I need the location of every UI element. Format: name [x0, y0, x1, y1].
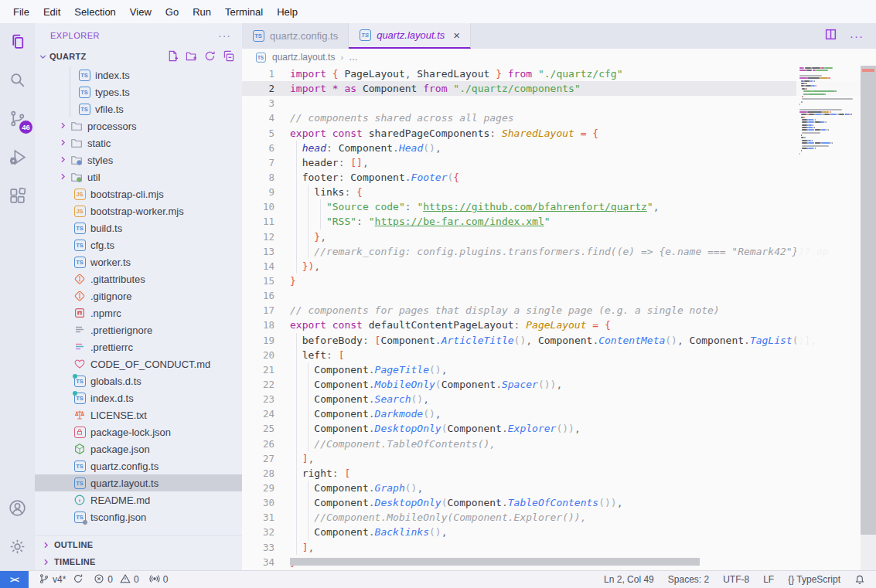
- code-line-25[interactable]: 25 Component.DesktopOnly(Component.Explo…: [242, 421, 876, 436]
- code-line-10[interactable]: 10 "Source code": "https://github.com/bf…: [242, 199, 876, 214]
- breadcrumb-file[interactable]: quartz.layout.ts: [272, 52, 335, 63]
- menu-item-file[interactable]: File: [6, 6, 36, 18]
- tree-item-quartz.config.ts[interactable]: TSquartz.config.ts: [35, 457, 242, 474]
- indent-indicator[interactable]: Spaces: 2: [668, 574, 709, 585]
- code-line-28[interactable]: 28 right: [: [242, 466, 876, 481]
- language-indicator[interactable]: {} TypeScript: [788, 574, 840, 585]
- code-line-5[interactable]: 5export const sharedPageComponents: Shar…: [242, 126, 876, 141]
- activity-item-run-and-debug[interactable]: [0, 139, 35, 178]
- tree-item-globals.d.ts[interactable]: TSglobals.d.ts: [35, 372, 242, 389]
- code-line-30[interactable]: 30 Component.DesktopOnly(Component.Table…: [242, 495, 876, 510]
- encoding-indicator[interactable]: UTF-8: [723, 574, 749, 585]
- code-line-23[interactable]: 23 Component.Search(),: [242, 392, 876, 406]
- code-line-29[interactable]: 29 Component.Graph(),: [242, 481, 876, 495]
- tree-item-.prettierrc[interactable]: .prettierrc: [35, 338, 242, 355]
- tree-item-tsconfig.json[interactable]: TStsconfig.json: [35, 508, 242, 525]
- ports-status[interactable]: 0: [149, 573, 169, 586]
- menu-item-view[interactable]: View: [123, 6, 158, 18]
- tree-item-package-lock.json[interactable]: package-lock.json: [35, 423, 242, 440]
- code-line-20[interactable]: 20 left: [: [242, 348, 876, 362]
- eol-indicator[interactable]: LF: [763, 574, 774, 585]
- breadcrumb[interactable]: TS quartz.layout.ts › …: [242, 49, 876, 66]
- refresh-icon[interactable]: [204, 50, 216, 63]
- vertical-scrollbar[interactable]: [861, 66, 876, 570]
- code-line-16[interactable]: 16: [242, 288, 876, 303]
- code-line-1[interactable]: 1import { PageLayout, SharedLayout } fro…: [242, 66, 876, 81]
- breadcrumb-more[interactable]: …: [349, 52, 358, 63]
- tab-quartz.layout.ts[interactable]: TSquartz.layout.ts×: [349, 23, 471, 49]
- code-line-6[interactable]: 6 head: Component.Head(),: [242, 141, 876, 155]
- tree-item-cfg.ts[interactable]: TScfg.ts: [35, 236, 242, 253]
- activity-item-settings[interactable]: [0, 529, 35, 567]
- menu-item-run[interactable]: Run: [186, 6, 218, 18]
- remote-indicator[interactable]: ><: [0, 571, 29, 588]
- panel-outline[interactable]: OUTLINE: [35, 536, 242, 553]
- code-line-14[interactable]: 14 }),: [242, 259, 876, 274]
- close-icon[interactable]: ×: [453, 29, 460, 42]
- workspace-section-header[interactable]: QUARTZ: [35, 48, 242, 65]
- tree-item-.prettierignore[interactable]: .prettierignore: [35, 321, 242, 338]
- tree-item-styles[interactable]: styles: [35, 151, 242, 168]
- activity-item-source-control[interactable]: 46: [0, 100, 35, 139]
- code-line-17[interactable]: 17// components for pages that display a…: [242, 303, 876, 318]
- activity-item-extensions[interactable]: [0, 178, 35, 216]
- menu-item-terminal[interactable]: Terminal: [218, 6, 270, 18]
- problems-status[interactable]: 0 0: [94, 573, 138, 586]
- tree-item-static[interactable]: static: [35, 134, 242, 151]
- menu-item-go[interactable]: Go: [158, 6, 186, 18]
- tree-item-worker.ts[interactable]: TSworker.ts: [35, 253, 242, 270]
- code-line-19[interactable]: 19 beforeBody: [Component.ArticleTitle()…: [242, 333, 876, 348]
- tree-item-index.d.ts[interactable]: TSindex.d.ts: [35, 389, 242, 406]
- tree-item-.gitattributes[interactable]: .gitattributes: [35, 270, 242, 287]
- code-line-12[interactable]: 12 },: [242, 229, 876, 244]
- tree-item-bootstrap-cli.mjs[interactable]: JSbootstrap-cli.mjs: [35, 185, 242, 202]
- code-line-22[interactable]: 22 Component.MobileOnly(Component.Spacer…: [242, 377, 876, 392]
- code-line-27[interactable]: 27 ],: [242, 451, 876, 466]
- tree-item-.npmrc[interactable]: .npmrc: [35, 304, 242, 321]
- menu-item-edit[interactable]: Edit: [36, 6, 67, 18]
- bell-icon[interactable]: [854, 574, 865, 585]
- new-file-icon[interactable]: [167, 50, 179, 63]
- sidebar-more-button[interactable]: ···: [218, 29, 231, 42]
- code-line-33[interactable]: 33 ],: [242, 540, 876, 555]
- tree-item-util[interactable]: util: [35, 168, 242, 185]
- activity-item-accounts[interactable]: [0, 490, 35, 529]
- tree-item-LICENSE.txt[interactable]: LICENSE.txt: [35, 406, 242, 423]
- minimap[interactable]: [796, 66, 861, 570]
- tree-item-types.ts[interactable]: TStypes.ts: [35, 83, 242, 100]
- tree-item-bootstrap-worker.mjs[interactable]: JSbootstrap-worker.mjs: [35, 202, 242, 219]
- code-editor[interactable]: 1import { PageLayout, SharedLayout } fro…: [242, 66, 876, 570]
- code-line-9[interactable]: 9 links: {: [242, 185, 876, 199]
- tree-item-processors[interactable]: processors: [35, 117, 242, 134]
- activity-item-search[interactable]: [0, 62, 35, 100]
- tree-item-CODE_OF_CONDUCT.md[interactable]: CODE_OF_CONDUCT.md: [35, 355, 242, 372]
- panel-timeline[interactable]: TIMELINE: [35, 553, 242, 570]
- code-line-8[interactable]: 8 footer: Component.Footer({: [242, 170, 876, 185]
- new-folder-icon[interactable]: [186, 50, 197, 63]
- code-line-11[interactable]: 11 "RSS": "https://be-far.com/index.xml": [242, 214, 876, 229]
- code-line-13[interactable]: 13 //remark_config: config.plugins.trans…: [242, 244, 876, 259]
- menu-item-help[interactable]: Help: [270, 6, 305, 18]
- tree-item-.gitignore[interactable]: .gitignore: [35, 287, 242, 304]
- tree-item-quartz.layout.ts[interactable]: TSquartz.layout.ts: [35, 474, 242, 491]
- branch-status[interactable]: v4*: [39, 573, 84, 586]
- vertical-scrollbar-slider[interactable]: [861, 66, 876, 535]
- split-editor-icon[interactable]: [824, 28, 837, 44]
- code-line-2[interactable]: 2import * as Component from "./quartz/co…: [242, 81, 876, 96]
- tree-item-README.md[interactable]: README.md: [35, 491, 242, 508]
- code-line-26[interactable]: 26 //Component.TableOfContents(),: [242, 437, 876, 451]
- code-line-15[interactable]: 15}: [242, 274, 876, 288]
- line-col-indicator[interactable]: Ln 2, Col 49: [604, 574, 654, 585]
- tree-item-index.ts[interactable]: TSindex.ts: [35, 66, 242, 83]
- code-line-24[interactable]: 24 Component.Darkmode(),: [242, 406, 876, 421]
- code-line-31[interactable]: 31 //Component.MobileOnly(Component.Expl…: [242, 510, 876, 525]
- code-line-18[interactable]: 18export const defaultContentPageLayout:…: [242, 318, 876, 332]
- tree-item-build.ts[interactable]: TSbuild.ts: [35, 219, 242, 236]
- code-line-7[interactable]: 7 header: [],: [242, 155, 876, 170]
- sync-icon[interactable]: [73, 573, 84, 586]
- code-line-21[interactable]: 21 Component.PageTitle(),: [242, 362, 876, 377]
- tree-item-vfile.ts[interactable]: TSvfile.ts: [35, 100, 242, 117]
- editor-more-button[interactable]: ···: [850, 29, 864, 42]
- tab-quartz.config.ts[interactable]: TSquartz.config.ts: [242, 23, 349, 49]
- menu-item-selection[interactable]: Selection: [67, 6, 122, 18]
